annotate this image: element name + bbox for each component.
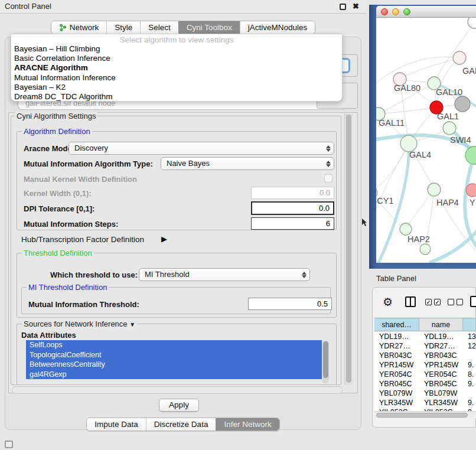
close-panel-icon[interactable]: ✖ — [353, 2, 359, 11]
hub-expand-arrow-icon[interactable]: ▶ — [161, 234, 167, 243]
table-horizontal-scrollbar[interactable] — [374, 411, 476, 418]
network-selector-text: galFiltered.sif default node — [25, 102, 115, 107]
table-row[interactable]: YBR043CYBR043C — [374, 351, 476, 360]
table-settings-gear-icon[interactable]: ⚙ — [383, 295, 393, 309]
table-column-header[interactable] — [463, 318, 476, 331]
tab-label: Network — [70, 21, 99, 34]
network-node[interactable] — [465, 146, 476, 164]
tab-network[interactable]: Network — [51, 21, 107, 34]
network-node[interactable] — [455, 96, 470, 112]
settings-horizontal-scrollbar[interactable] — [12, 386, 343, 394]
algorithm-dropdown-item[interactable]: Basic Correlation Inference — [11, 54, 342, 63]
close-window-icon[interactable] — [381, 8, 388, 15]
network-node-hap2[interactable] — [400, 223, 412, 235]
collapse-arrow-icon[interactable]: ▼ — [129, 321, 135, 328]
algorithm-dropdown-item[interactable]: Dream8 DC_TDC Algorithm — [11, 92, 342, 102]
network-node-y[interactable] — [466, 184, 476, 197]
tab-select[interactable]: Select — [140, 21, 178, 34]
network-node[interactable] — [420, 244, 431, 255]
attribute-list-item[interactable]: gal4RGexp — [26, 370, 322, 380]
attribute-list-item[interactable]: SelfLoops — [26, 340, 322, 350]
column-visibility-icon[interactable] — [405, 296, 416, 307]
mi-steps-field[interactable]: 6 — [251, 217, 334, 230]
table-column-header[interactable]: shared… — [374, 318, 419, 331]
algorithm-definition-title: Algorithm Definition — [22, 127, 92, 136]
select-all-checkbox-icon-2[interactable]: ✓ — [434, 299, 441, 305]
maximize-window-icon[interactable] — [403, 8, 410, 15]
attribute-list-item[interactable]: TopologicalCoefficient — [26, 350, 322, 360]
algorithm-dropdown-item[interactable]: Bayesian – K2 — [11, 83, 342, 92]
table-cell: YDL19… — [419, 332, 463, 341]
table-cell: 9. — [463, 360, 476, 370]
float-panel-icon[interactable] — [340, 4, 346, 10]
deselect-all-checkbox-icon-2[interactable] — [457, 299, 463, 305]
table-column-header[interactable]: name — [419, 318, 463, 331]
network-node-label: GAL — [462, 66, 476, 76]
algorithm-dropdown-item[interactable]: Bayesian – Hill Climbing — [11, 44, 342, 54]
combo-stepper-icon — [301, 270, 307, 279]
manual-kernel-checkbox[interactable] — [324, 174, 332, 182]
attributes-scrollbar[interactable] — [322, 341, 329, 383]
table-cell: YER054C — [374, 370, 419, 379]
network-node[interactable] — [468, 18, 476, 28]
select-all-checkbox-icon[interactable]: ✓ — [425, 299, 432, 305]
mi-type-value: Naive Bayes — [167, 159, 210, 168]
tab-label: jActiveMNodules — [248, 21, 308, 34]
table-row[interactable]: YLR345WYLR345W9. — [374, 398, 476, 407]
mi-threshold-group-title: MI Threshold Definition — [27, 283, 109, 292]
collapsed-panel-icon[interactable] — [5, 441, 13, 448]
tab-infer-network[interactable]: Infer Network — [216, 418, 279, 431]
dpi-tolerance-field[interactable]: 0.0 — [251, 201, 334, 215]
mi-algorithm-type-combobox[interactable]: Naive Bayes — [161, 157, 334, 170]
network-node-gal4[interactable] — [400, 135, 417, 152]
table-row[interactable]: YDL19…YDL19…13 — [374, 332, 476, 341]
algorithm-dropdown-item[interactable]: ARACNE Algorithm — [11, 63, 342, 73]
hub-definition-label: Hub/Transcription Factor Definition — [21, 235, 144, 244]
data-attributes-list[interactable]: SelfLoopsTopologicalCoefficientBetweenne… — [26, 340, 322, 384]
tab-label: Discretize Data — [154, 418, 208, 431]
network-node-label: GAL4 — [409, 150, 431, 159]
mi-threshold-field[interactable]: 0.5 — [248, 298, 332, 310]
deselect-all-checkbox-icon[interactable] — [448, 299, 454, 305]
manual-kernel-label: Manual Kernel Width Definition — [24, 175, 137, 184]
table-row[interactable]: YBR045CYBR045C9. — [374, 379, 476, 389]
table-cell: 8. — [463, 370, 476, 379]
network-window-titlebar[interactable] — [376, 6, 476, 18]
sources-title: Sources for Network Inference ▼ — [22, 319, 137, 328]
combo-stepper-icon — [325, 144, 331, 153]
minimize-window-icon[interactable] — [392, 8, 399, 15]
tab-style[interactable]: Style — [106, 21, 140, 34]
apply-button[interactable]: Apply — [159, 399, 199, 412]
control-panel-titlebar: Control Panel ✖ — [0, 0, 366, 14]
network-node-swi4[interactable] — [443, 122, 456, 135]
network-view-window: GALGAL80GAL10GAL1GAL11SWI4GAL4GCY1HAP4YH… — [376, 6, 476, 263]
network-node-hap4[interactable] — [428, 183, 441, 196]
table-row[interactable]: YDR27…YDR27…12 — [374, 341, 476, 351]
table-cell: 9. — [463, 398, 476, 407]
table-row[interactable]: YBL079WYBL079W — [374, 389, 476, 398]
scrollbar-thumb[interactable] — [346, 115, 351, 383]
export-table-icon[interactable] — [470, 296, 476, 307]
aracne-mode-combobox[interactable]: Discovery — [69, 142, 334, 155]
tab-impute-data[interactable]: Impute Data — [87, 418, 146, 431]
tab-discretize-data[interactable]: Discretize Data — [146, 418, 216, 431]
table-row[interactable]: YPR145WYPR145W9. — [374, 360, 476, 370]
scrollbar-thumb[interactable] — [323, 341, 328, 378]
network-node-label: GCY1 — [376, 196, 394, 206]
which-threshold-combobox[interactable]: MI Threshold — [139, 268, 310, 281]
mi-type-label: Mutual Information Algorithm Type: — [24, 159, 153, 168]
table-cell: YLR345W — [419, 398, 463, 407]
tab-cyni-toolbox[interactable]: Cyni Toolbox — [178, 21, 240, 34]
tab-label: Cyni Toolbox — [187, 21, 232, 34]
network-canvas[interactable]: GALGAL80GAL10GAL1GAL11SWI4GAL4GCY1HAP4YH… — [376, 18, 476, 263]
network-selector-combo-partial[interactable]: galFiltered.sif default node — [18, 102, 346, 110]
network-node-gal[interactable] — [453, 51, 466, 64]
scrollbar-thumb[interactable] — [376, 413, 468, 418]
attribute-list-item[interactable]: BetweennessCentrality — [26, 360, 322, 370]
kernel-width-field[interactable]: 0.0 — [251, 187, 334, 199]
algorithm-dropdown-item[interactable]: Mutual Information Inference — [11, 73, 342, 83]
tab-jactivemnodules[interactable]: jActiveMNodules — [240, 21, 315, 34]
table-row[interactable]: YER054CYER054C8. — [374, 370, 476, 379]
settings-vertical-scrollbar[interactable] — [344, 113, 353, 385]
table-cell: YBR045C — [374, 379, 419, 389]
